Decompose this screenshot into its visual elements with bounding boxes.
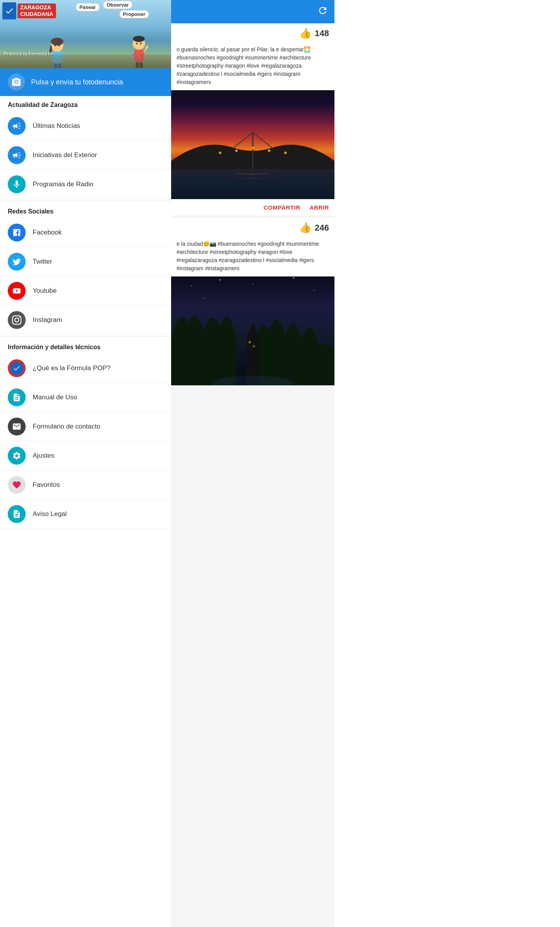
svg-point-22 xyxy=(284,152,287,154)
menu-label-instagram: Instagram xyxy=(33,316,62,324)
menu-item-youtube[interactable]: Youtube xyxy=(0,276,171,306)
youtube-icon xyxy=(8,282,26,300)
menu-label-ajustes: Ajustes xyxy=(33,452,54,460)
bubble-pasear: Pasear xyxy=(76,3,100,11)
menu-item-ajustes[interactable]: Ajustes xyxy=(0,441,171,470)
menu-item-twitter[interactable]: Twitter xyxy=(0,247,171,276)
divider-1 xyxy=(0,201,171,201)
doc-icon xyxy=(8,388,26,406)
menu-label-twitter: Twitter xyxy=(33,258,52,266)
post2-header: 👍 246 xyxy=(171,218,334,238)
instagram-icon xyxy=(8,311,26,329)
divider-2 xyxy=(0,336,171,337)
svg-point-10 xyxy=(136,43,138,44)
menu-label-facebook: Facebook xyxy=(33,229,62,236)
section-info-header: Información y detalles técnicos xyxy=(0,338,171,354)
menu-item-ultimas-noticias[interactable]: Últimas Noticias xyxy=(0,112,171,141)
gear-icon xyxy=(8,447,26,465)
menu-label-aviso-legal: Aviso Legal xyxy=(33,510,67,518)
section-actualidad-header: Actualidad de Zaragoza xyxy=(0,96,171,112)
post2-image xyxy=(171,276,334,385)
section-redes-header: Redes Sociales xyxy=(0,203,171,218)
svg-point-19 xyxy=(235,150,238,152)
photo-button[interactable]: Pulsa y envía tu fotodenuncia xyxy=(0,68,171,96)
post1-header: 👍 148 xyxy=(171,23,334,43)
post-card-1: 👍 148 o guarda silencio, al pasar por el… xyxy=(171,23,334,215)
svg-point-18 xyxy=(219,152,221,154)
menu-label-radio: Programas de Radio xyxy=(33,180,93,188)
like-icon-2: 👍 xyxy=(299,222,312,234)
post2-text: e la ciudad😊📷 #buenasnoches #goodnight #… xyxy=(171,238,334,276)
menu-item-favoritos[interactable]: Favoritos xyxy=(0,470,171,500)
svg-point-2 xyxy=(51,38,63,45)
bridge-bg xyxy=(0,54,171,68)
menu-label-contacto: Formulario de contacto xyxy=(33,423,100,430)
bubble-observar: Observar xyxy=(103,1,132,9)
photo-button-label: Pulsa y envía tu fotodenuncia xyxy=(31,78,123,86)
svg-point-25 xyxy=(219,279,220,280)
post1-text: o guarda silencio, al pasar por el Pilar… xyxy=(171,43,334,90)
like-count-1: 148 xyxy=(315,28,329,38)
svg-point-20 xyxy=(252,147,254,149)
menu-label-youtube: Youtube xyxy=(33,287,57,295)
svg-rect-32 xyxy=(253,345,255,347)
logo-line2: CIUDADANA xyxy=(20,11,53,17)
megaphone2-icon xyxy=(8,146,26,164)
camera-icon xyxy=(8,73,25,91)
svg-point-28 xyxy=(313,290,314,290)
menu-label-manual: Manual de Uso xyxy=(33,394,77,401)
svg-point-3 xyxy=(54,45,56,46)
facebook-icon xyxy=(8,224,26,241)
svg-point-14 xyxy=(15,80,18,83)
post-card-2: 👍 246 e la ciudad😊📷 #buenasnoches #goodn… xyxy=(171,218,334,385)
main-content: 👍 148 o guarda silencio, al pasar por el… xyxy=(171,0,334,927)
menu-item-facebook[interactable]: Facebook xyxy=(0,218,171,247)
svg-point-29 xyxy=(203,298,204,299)
mic-icon xyxy=(8,175,26,193)
menu-item-instagram[interactable]: Instagram xyxy=(0,306,171,335)
menu-item-iniciativas[interactable]: Iniciativas del Exterior xyxy=(0,141,171,170)
doc2-icon xyxy=(8,505,26,523)
svg-rect-16 xyxy=(171,169,334,199)
heart-icon xyxy=(8,476,26,494)
refresh-icon[interactable] xyxy=(317,5,328,19)
share-button-1[interactable]: COMPARTIR xyxy=(264,204,300,211)
menu-item-formula-pop[interactable]: ¿Qué es la Fórmula POP? xyxy=(0,354,171,383)
mail-icon xyxy=(8,418,26,436)
menu-label-ultimas-noticias: Últimas Noticias xyxy=(33,122,80,130)
svg-point-26 xyxy=(252,283,253,284)
logo-line1: ZARAGOZA xyxy=(20,4,53,11)
menu-label-iniciativas: Iniciativas del Exterior xyxy=(33,151,97,159)
post1-actions: COMPARTIR ABRIR xyxy=(171,199,334,215)
svg-point-27 xyxy=(293,277,294,278)
checkmark-icon xyxy=(5,6,14,16)
twitter-icon xyxy=(8,253,26,271)
menu-label-formula-pop: ¿Qué es la Fórmula POP? xyxy=(33,364,110,372)
sidebar: ZARAGOZA CIUDADANA Pasear Observar Propo… xyxy=(0,0,171,927)
svg-point-4 xyxy=(58,45,60,46)
menu-item-aviso-legal[interactable]: Aviso Legal xyxy=(0,500,171,529)
svg-point-11 xyxy=(140,43,142,44)
like-icon-1: 👍 xyxy=(299,27,312,39)
top-bar xyxy=(171,0,334,23)
sidebar-header: ZARAGOZA CIUDADANA Pasear Observar Propo… xyxy=(0,0,171,68)
like-count-2: 246 xyxy=(315,223,329,233)
zc-logo-icon xyxy=(8,359,26,377)
menu-item-radio[interactable]: Programas de Radio xyxy=(0,170,171,199)
menu-item-contacto[interactable]: Formulario de contacto xyxy=(0,412,171,441)
svg-point-24 xyxy=(191,285,192,286)
svg-rect-31 xyxy=(249,341,251,343)
svg-point-9 xyxy=(133,36,145,42)
svg-point-21 xyxy=(268,150,270,152)
menu-item-manual[interactable]: Manual de Uso xyxy=(0,383,171,412)
menu-label-favoritos: Favoritos xyxy=(33,481,60,489)
megaphone-icon xyxy=(8,117,26,135)
post1-image xyxy=(171,90,334,199)
bubble-proponer: Proponer xyxy=(119,10,149,18)
open-button-1[interactable]: ABRIR xyxy=(310,204,329,211)
